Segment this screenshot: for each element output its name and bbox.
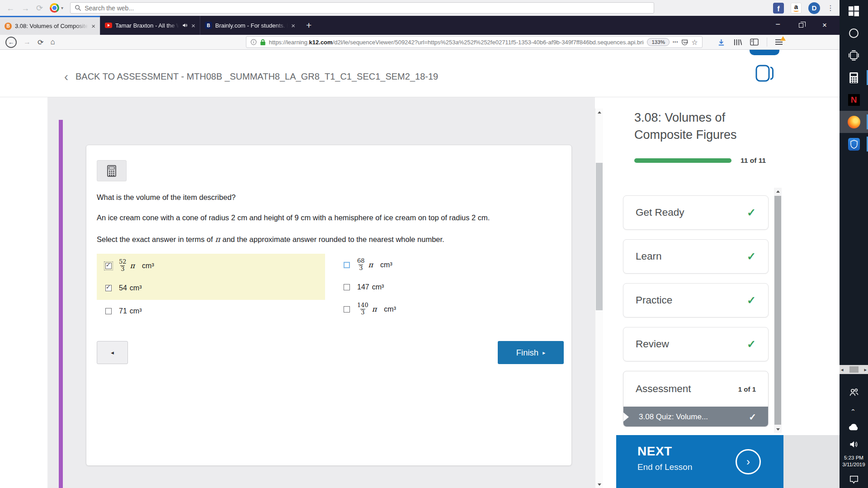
- lesson-title: 3.08: Volumes of Composite Figures: [634, 109, 770, 143]
- amazon-icon[interactable]: a: [791, 3, 802, 14]
- previous-button[interactable]: ◂: [97, 341, 128, 364]
- action-center-button[interactable]: [840, 471, 868, 488]
- date: 3/11/2019: [842, 461, 865, 468]
- option-unit: cm³: [142, 262, 154, 270]
- scroll-down-arrow[interactable]: [595, 481, 603, 488]
- reload-button[interactable]: ⟳: [38, 38, 43, 47]
- checkbox-icon[interactable]: ✓: [344, 306, 350, 313]
- pocket-icon[interactable]: [681, 39, 688, 46]
- bookmark-star-icon[interactable]: ☆: [691, 38, 698, 47]
- avatar-icon[interactable]: D: [808, 2, 820, 14]
- toolbar-back-icon[interactable]: ←: [6, 4, 14, 12]
- page-header: ‹ BACK TO ASSESSMENT - MTH08B _SUMMATH8_…: [0, 50, 840, 97]
- option-unit: cm³: [380, 261, 392, 269]
- cloud-icon: [848, 423, 860, 431]
- toolbar-refresh-icon[interactable]: ⟳: [36, 4, 43, 12]
- web-search-box[interactable]: [70, 2, 654, 14]
- tab-tamar-braxton[interactable]: Tamar Braxton - All the Way ×: [100, 16, 200, 35]
- netflix-app-button[interactable]: N: [840, 89, 868, 111]
- option-68-3-pi[interactable]: ✓ 683 π cm³: [335, 254, 498, 276]
- close-window-button[interactable]: ×: [822, 21, 827, 30]
- scroll-up-arrow[interactable]: [774, 188, 782, 195]
- calculator-app-button[interactable]: [840, 66, 868, 89]
- firefox-app-button[interactable]: [840, 111, 868, 133]
- option-140-3-pi[interactable]: ✓ 1403 π cm³: [335, 298, 498, 320]
- stacked-cards-icon[interactable]: [753, 62, 776, 84]
- tab-audio-icon[interactable]: [182, 23, 188, 28]
- finish-button[interactable]: Finish▸: [498, 341, 564, 364]
- facebook-icon[interactable]: f: [773, 3, 784, 14]
- scrollbar-thumb[interactable]: [849, 366, 859, 373]
- scroll-up-arrow[interactable]: [595, 109, 603, 116]
- forward-button[interactable]: →: [24, 38, 31, 46]
- tab-brainly[interactable]: B Brainly.com - For students. By s ×: [200, 16, 300, 35]
- library-icon[interactable]: [733, 38, 742, 46]
- scrollbar-thumb[interactable]: [596, 163, 603, 310]
- taskbar-mini-scrollbar[interactable]: ◂ ▸: [840, 365, 868, 374]
- people-icon: [849, 387, 859, 398]
- content-scrollbar[interactable]: [595, 109, 603, 488]
- start-button[interactable]: [840, 0, 868, 22]
- scroll-right-arrow[interactable]: ▸: [864, 367, 867, 372]
- calculator-button[interactable]: [97, 160, 127, 181]
- cortana-button[interactable]: [840, 22, 868, 44]
- search-input[interactable]: [85, 5, 650, 12]
- back-button[interactable]: ←: [5, 37, 17, 48]
- close-tab-icon[interactable]: ×: [291, 22, 295, 29]
- taskbar-clock[interactable]: 5:23 PM 3/11/2019: [842, 455, 865, 468]
- hidden-icons-button[interactable]: ‹: [840, 401, 868, 418]
- assessment-header[interactable]: Assessment 1 of 1: [623, 371, 768, 407]
- zoom-level-badge[interactable]: 133%: [647, 38, 669, 46]
- toolbar-forward-icon[interactable]: →: [21, 4, 29, 12]
- option-54[interactable]: ✓ 54 cm³: [97, 277, 325, 299]
- restore-button[interactable]: [799, 23, 803, 28]
- close-tab-icon[interactable]: ×: [91, 22, 95, 30]
- checkbox-icon[interactable]: ✓: [105, 308, 112, 314]
- new-tab-button[interactable]: +: [300, 16, 318, 35]
- checkbox-icon[interactable]: ✓: [105, 263, 112, 269]
- url-text[interactable]: https://learning.k12.com/d2l/le/sequence…: [269, 39, 644, 46]
- option-52-3-pi[interactable]: ✓ 523 π cm³: [97, 255, 325, 277]
- cortana-icon: [849, 28, 859, 38]
- next-button[interactable]: NEXT End of Lesson ›: [616, 435, 783, 488]
- onedrive-button[interactable]: [840, 418, 868, 436]
- page-viewport: ‹ BACK TO ASSESSMENT - MTH08B _SUMMATH8_…: [0, 50, 840, 488]
- tab-title: Tamar Braxton - All the Way: [115, 22, 179, 29]
- checkbox-icon[interactable]: ✓: [344, 262, 350, 268]
- answer-column-right: ✓ 683 π cm³ ✓ 147 cm³: [335, 254, 498, 320]
- task-view-button[interactable]: [840, 44, 868, 66]
- sidebar-scrollbar[interactable]: [774, 188, 782, 433]
- page-actions-icon[interactable]: •••: [673, 40, 678, 44]
- step-get-ready[interactable]: Get Ready ✓: [623, 195, 769, 230]
- scroll-down-arrow[interactable]: [774, 426, 782, 433]
- home-button[interactable]: ⌂: [50, 38, 55, 47]
- close-tab-icon[interactable]: ×: [191, 22, 195, 29]
- site-info-icon[interactable]: [250, 39, 257, 45]
- quiz-item-current[interactable]: 3.08 Quiz: Volume... ✓: [623, 407, 768, 427]
- back-to-assessment-link[interactable]: ‹ BACK TO ASSESSMENT - MTH08B _SUMMATH8_…: [64, 71, 438, 82]
- download-icon[interactable]: [717, 38, 725, 46]
- option-147[interactable]: ✓ 147 cm³: [335, 276, 498, 298]
- checkbox-icon[interactable]: ✓: [344, 284, 350, 290]
- kebab-menu-icon[interactable]: ⋮: [827, 4, 834, 12]
- address-bar[interactable]: https://learning.k12.com/d2l/le/sequence…: [246, 36, 703, 48]
- tab-title: 3.08: Volumes of Composite Fig: [15, 23, 88, 29]
- lock-icon[interactable]: [260, 38, 266, 46]
- scrollbar-thumb[interactable]: [774, 196, 781, 425]
- chrome-button[interactable]: ▾: [50, 3, 63, 13]
- sidebar-toggle-icon[interactable]: [750, 38, 759, 46]
- step-practice[interactable]: Practice ✓: [623, 283, 769, 317]
- step-review[interactable]: Review ✓: [623, 327, 769, 361]
- browser-window: ← → ⟳ ▾ f a D ⋮ B 3.08: Volumes of Compo…: [0, 0, 840, 488]
- checkbox-icon[interactable]: ✓: [105, 285, 112, 291]
- tab-volumes-of-composite-figures[interactable]: B 3.08: Volumes of Composite Fig ×: [0, 16, 100, 35]
- scroll-left-arrow[interactable]: ◂: [841, 367, 844, 372]
- step-learn[interactable]: Learn ✓: [623, 239, 769, 274]
- fraction: 1403: [357, 302, 368, 316]
- menu-icon[interactable]: [775, 39, 783, 45]
- minimize-button[interactable]: –: [776, 20, 780, 28]
- people-button[interactable]: [840, 384, 868, 401]
- volume-button[interactable]: [840, 436, 868, 453]
- option-71[interactable]: ✓ 71 cm³: [97, 300, 325, 322]
- security-app-button[interactable]: [840, 133, 868, 155]
